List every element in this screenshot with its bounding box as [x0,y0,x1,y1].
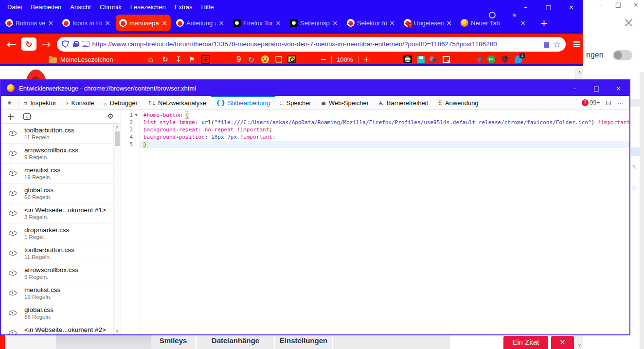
sync-icon[interactable]: ↻ [248,55,254,64]
screenshot-magnifier-icon[interactable] [287,55,296,63]
menu-item[interactable]: Hilfe [197,3,218,11]
scroll-down-icon[interactable]: ∨ [114,329,121,333]
tracking-protection-shield-icon[interactable] [62,40,69,48]
stylesheet-item[interactable]: menulist.css 19 Regeln. [1,283,113,303]
tab-close-icon[interactable]: × [218,19,224,27]
devtools-tab[interactable]: Anwendung [433,96,483,109]
bookmarks-flag-icon[interactable]: ⚑ [189,55,195,63]
stylesheet-item[interactable]: arrowscrollbox.css 9 Regeln. [1,144,113,164]
menu-item[interactable]: Datei [3,3,26,11]
tab-close-icon[interactable]: × [48,19,54,27]
visibility-eye-icon[interactable] [9,131,17,136]
new-stylesheet-icon[interactable]: + [7,111,15,122]
lock-icon[interactable] [72,40,78,48]
stylesheet-item[interactable]: menulist.css 19 Regeln. [1,164,113,184]
browser-tab[interactable]: Icons in Ham × [59,15,114,31]
browser-tab[interactable]: Firefox Tools f × [230,15,285,31]
visibility-eye-icon[interactable] [9,251,17,256]
forum-editor-tab[interactable]: Smileys [151,335,196,349]
quote-close-button[interactable]: × [551,336,574,349]
minimize-icon[interactable]: – [564,85,586,92]
code-area[interactable]: #home-button {list-style-image: url("fil… [140,110,629,334]
menu-item[interactable]: Chronik [95,3,126,11]
visibility-eye-icon[interactable] [9,331,17,334]
zoom-level[interactable]: 100% [337,56,353,63]
css-code-editor[interactable]: 1▾2345 #home-button {list-style-image: u… [121,110,629,334]
visibility-eye-icon[interactable] [9,291,17,295]
stylesheet-item[interactable]: toolbarbutton.css 11 Regeln. [1,124,113,144]
zoom-in-button[interactable]: + [363,55,370,64]
download-icon[interactable]: ↧ [176,55,182,64]
stylesheet-item[interactable]: arrowscrollbox.css 9 Regeln. [1,263,113,283]
like-stamp-icon[interactable] [275,56,282,63]
browser-tab[interactable]: Anleitung zur × [173,15,228,31]
devtools-tab[interactable]: Web-Speicher [316,96,374,109]
forward-button[interactable]: → [41,38,51,51]
menu-item[interactable]: Lesezeichen [126,3,170,11]
forum-editor-tab[interactable]: Dateianhänge [197,335,274,349]
menu-item[interactable]: Ansicht [66,3,95,11]
close-icon[interactable]: × [560,3,583,11]
adblock-icon[interactable]: B+ [487,55,495,63]
camera-icon[interactable] [429,56,437,63]
tab-close-icon[interactable]: × [161,19,167,27]
reload-button[interactable]: ↻ [21,37,36,51]
settings-toggle[interactable] [613,50,632,60]
close-icon[interactable]: × [623,15,634,30]
menu-item[interactable]: Extras [170,3,197,11]
maximize-icon[interactable]: □ [613,1,624,8]
import-stylesheet-icon[interactable]: ↓ [23,113,31,120]
visibility-eye-icon[interactable] [9,311,17,315]
devtools-tab[interactable]: Speicher [275,96,316,109]
error-count-badge[interactable]: ! 99+ [582,99,600,106]
home-icon[interactable]: ⌂ [148,55,153,64]
tab-close-icon[interactable]: × [389,19,395,27]
visibility-eye-icon[interactable] [9,231,17,236]
tab-close-icon[interactable]: × [520,19,526,27]
forum-editor-tab[interactable]: Einstellungen [275,335,332,349]
notes-icon[interactable] [403,55,412,63]
minimize-icon[interactable]: – [595,1,606,8]
devtools-tab[interactable]: Barrierefreiheit [374,96,433,109]
sidebar-scrollbar[interactable]: ∧ ∨ [113,124,121,334]
devtools-tab[interactable]: Stilbearbeitung [211,96,275,109]
visibility-eye-icon[interactable] [9,271,17,276]
stylesheet-item[interactable]: global.css 66 Regeln. [1,184,113,203]
messenger-extension-icon[interactable]: 1 [515,55,522,63]
tab-close-icon[interactable]: × [105,19,110,27]
menu-item[interactable]: Bearbeiten [26,3,66,11]
visibility-eye-icon[interactable] [9,171,17,176]
scrollbar[interactable] [640,72,644,349]
visibility-eye-icon[interactable] [9,211,17,216]
hamburger-menu-icon[interactable]: ≡ [572,38,581,50]
devtools-tab[interactable]: Inspektor [18,96,61,109]
bookmark-star-icon[interactable]: ☆ [553,39,560,49]
reader-view-icon[interactable]: ▤ [543,40,550,48]
scroll-down-icon[interactable]: ∨ [576,343,583,348]
visibility-eye-icon[interactable] [9,191,17,196]
gear-icon[interactable]: ⚙ [107,112,114,121]
devtools-tab[interactable]: Konsole [61,96,99,109]
visibility-eye-icon[interactable] [9,151,17,156]
meatball-menu-icon[interactable]: ⋯ [617,99,625,107]
browser-tab[interactable]: menuseparat × [116,15,171,31]
shield-extension-icon[interactable]: 1 [501,55,508,63]
smiley-icon[interactable] [261,55,269,63]
drop-icon[interactable]: ▼ [477,56,482,63]
browser-tab[interactable]: 2 Ungelesene B × [400,15,455,31]
stylesheet-item[interactable]: <in Webseite...okument #1> 3 Regeln. [1,203,113,223]
maximize-icon[interactable]: □ [537,3,560,11]
browser-tab[interactable]: Selektor für "N × [343,15,398,31]
close-icon[interactable]: × [608,85,629,92]
zoom-out-button[interactable]: − [321,55,327,64]
maximize-icon[interactable]: □ [586,85,608,92]
close-icon[interactable]: × [630,1,641,8]
browser-tab[interactable]: Buttons verkl × [2,15,57,31]
quote-button[interactable]: Ein Zitat [503,336,548,349]
tab-close-icon[interactable]: × [275,19,281,27]
edit-page-icon[interactable] [443,56,450,63]
add-box-icon[interactable]: + [201,55,210,64]
url-bar[interactable]: https://www.camp-firefox.de/forum/thema/… [57,37,566,52]
element-picker-icon[interactable]: ⌖ [1,96,18,109]
reload-icon[interactable]: ↻ [162,55,168,64]
